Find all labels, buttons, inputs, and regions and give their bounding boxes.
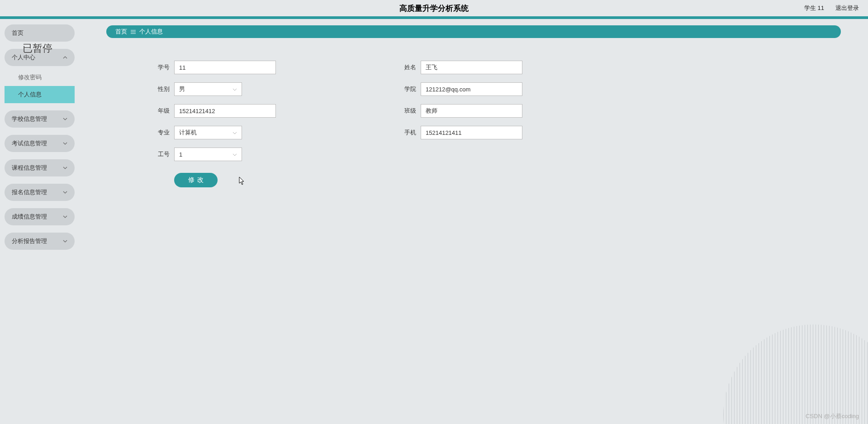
chevron-down-icon: [232, 130, 237, 135]
menu-icon: [131, 30, 136, 34]
form-row-grade: 年级: [152, 104, 276, 118]
form-row-phone: 手机: [398, 126, 522, 139]
gender-select[interactable]: 男: [174, 82, 242, 96]
sidebar-item-exam[interactable]: 考试信息管理: [5, 135, 75, 152]
form-row-employee-id: 工号 1: [152, 148, 276, 161]
top-header: 高质量升学分析系统 学生 11 退出登录: [0, 0, 868, 19]
form-label: 学院: [398, 85, 416, 93]
sidebar-item-label: 课程信息管理: [12, 164, 47, 172]
breadcrumb-current: 个人信息: [139, 28, 163, 36]
grade-input[interactable]: [174, 104, 276, 118]
logout-link[interactable]: 退出登录: [835, 4, 859, 12]
phone-input[interactable]: [421, 126, 522, 139]
form-column-right: 姓名 学院 班级 手机: [398, 61, 522, 187]
sidebar-item-personal[interactable]: 个人中心: [5, 49, 75, 66]
sidebar-item-school[interactable]: 学校信息管理: [5, 110, 75, 128]
submit-button[interactable]: 修改: [174, 173, 218, 187]
sub-nav: 修改密码 个人信息: [5, 69, 75, 103]
class-input[interactable]: [421, 104, 522, 118]
form-label: 姓名: [398, 63, 416, 71]
sub-nav-personal-info[interactable]: 个人信息: [5, 86, 75, 103]
sidebar-item-label: 学校信息管理: [12, 115, 47, 123]
sidebar-item-label: 考试信息管理: [12, 139, 47, 148]
employee-id-select[interactable]: 1: [174, 148, 242, 161]
chevron-down-icon: [63, 239, 67, 243]
select-value: 男: [179, 85, 185, 93]
form-row-college: 学院: [398, 82, 522, 96]
chevron-down-icon: [63, 141, 67, 146]
sidebar-item-course[interactable]: 课程信息管理: [5, 159, 75, 176]
app-title: 高质量升学分析系统: [399, 3, 469, 14]
chevron-down-icon: [63, 190, 67, 195]
student-id-input[interactable]: [174, 61, 276, 74]
form-label: 年级: [152, 107, 170, 115]
form-label: 学号: [152, 63, 170, 71]
sidebar-item-label: 个人中心: [12, 53, 35, 62]
chevron-down-icon: [232, 86, 237, 92]
sidebar-item-register[interactable]: 报名信息管理: [5, 184, 75, 201]
form-label: 手机: [398, 129, 416, 137]
chevron-down-icon: [232, 152, 237, 157]
header-right: 学生 11 退出登录: [804, 4, 859, 12]
breadcrumb: 首页 个人信息: [106, 25, 841, 38]
form-row-class: 班级: [398, 104, 522, 118]
chevron-down-icon: [63, 117, 67, 121]
major-select[interactable]: 计算机: [174, 126, 242, 139]
form-label: 班级: [398, 107, 416, 115]
sidebar: 已暂停 首页 个人中心 修改密码 个人信息 学校信息管理 考试信息管理: [0, 19, 79, 421]
watermark: CSDN @小蔡coding: [806, 412, 859, 420]
select-value: 1: [179, 151, 182, 158]
sidebar-item-grades[interactable]: 成绩信息管理: [5, 208, 75, 225]
content: 首页 个人信息 学号 性别 男: [79, 19, 868, 421]
breadcrumb-home[interactable]: 首页: [115, 28, 127, 36]
sidebar-item-label: 分析报告管理: [12, 237, 47, 245]
chevron-up-icon: [63, 55, 67, 60]
sub-nav-label: 修改密码: [18, 73, 42, 81]
form-row-name: 姓名: [398, 61, 522, 74]
sidebar-item-label: 首页: [12, 29, 24, 37]
main-area: 已暂停 首页 个人中心 修改密码 个人信息 学校信息管理 考试信息管理: [0, 19, 868, 421]
chevron-down-icon: [63, 214, 67, 219]
select-value: 计算机: [179, 129, 197, 137]
name-input[interactable]: [421, 61, 522, 74]
form-area: 学号 性别 男 年级 专业: [106, 61, 841, 187]
form-label: 专业: [152, 129, 170, 137]
form-row-student-id: 学号: [152, 61, 276, 74]
form-column-left: 学号 性别 男 年级 专业: [152, 61, 276, 187]
form-row-gender: 性别 男: [152, 82, 276, 96]
form-row-major: 专业 计算机: [152, 126, 276, 139]
college-input[interactable]: [421, 82, 522, 96]
form-label: 性别: [152, 85, 170, 93]
sidebar-item-analysis[interactable]: 分析报告管理: [5, 233, 75, 250]
sidebar-item-label: 成绩信息管理: [12, 213, 47, 221]
sidebar-item-home[interactable]: 首页: [5, 24, 75, 42]
sub-nav-change-password[interactable]: 修改密码: [5, 69, 75, 86]
chevron-down-icon: [63, 166, 67, 170]
user-label[interactable]: 学生 11: [804, 4, 824, 12]
sub-nav-label: 个人信息: [18, 91, 42, 99]
sidebar-item-label: 报名信息管理: [12, 188, 47, 196]
form-label: 工号: [152, 150, 170, 158]
